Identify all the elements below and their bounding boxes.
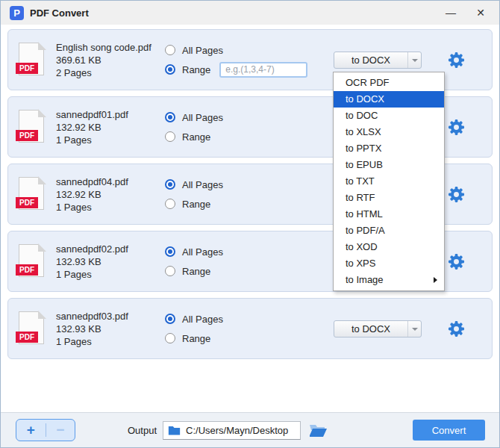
add-file-button[interactable]: + xyxy=(16,420,46,441)
file-pages: 1 Pages xyxy=(56,268,165,281)
menu-item-to-xps[interactable]: to XPS xyxy=(334,255,444,272)
all-pages-radio[interactable] xyxy=(165,314,175,324)
file-pages: 1 Pages xyxy=(56,335,165,348)
gear-icon[interactable] xyxy=(448,52,465,69)
file-name: sannedpdf04.pdf xyxy=(56,175,165,188)
browse-folder-icon[interactable] xyxy=(308,422,328,439)
range-radio[interactable] xyxy=(165,131,175,142)
convert-button[interactable]: Convert xyxy=(413,420,485,441)
file-size: 369.61 KB xyxy=(56,54,165,66)
chevron-down-icon xyxy=(407,321,421,337)
menu-item-ocr-pdf[interactable]: OCR PDF xyxy=(334,75,444,91)
page-options: All Pages Range xyxy=(165,111,223,143)
file-name: English song code.pdf xyxy=(56,41,165,54)
menu-item-to-pdfa[interactable]: to PDF/A xyxy=(334,223,444,239)
range-radio[interactable] xyxy=(165,199,175,209)
range-label[interactable]: Range xyxy=(182,199,210,210)
page-options: All Pages Range xyxy=(165,313,223,345)
file-pages: 1 Pages xyxy=(56,201,165,214)
minimize-icon[interactable]: — xyxy=(441,4,460,21)
file-name: sannedpdf03.pdf xyxy=(56,310,165,323)
title-bar: P PDF Convert — ✕ xyxy=(1,1,499,25)
folder-icon xyxy=(168,425,181,435)
file-size: 132.92 KB xyxy=(56,188,165,201)
range-radio[interactable] xyxy=(165,333,175,343)
menu-item-to-pptx[interactable]: to PPTX xyxy=(334,140,444,157)
range-radio[interactable] xyxy=(165,266,175,276)
page-options: All Pages Range xyxy=(165,44,307,76)
menu-item-to-image[interactable]: to Image xyxy=(334,272,444,288)
output-path-input[interactable] xyxy=(186,425,296,436)
output-path-box xyxy=(163,421,301,440)
submenu-arrow-icon xyxy=(434,277,437,283)
format-dropdown-menu: OCR PDF to DOCX to DOC to XLSX to PPTX t… xyxy=(333,72,445,291)
menu-item-to-docx[interactable]: to DOCX xyxy=(334,91,444,108)
range-label[interactable]: Range xyxy=(182,64,210,75)
file-row-5: PDF sannedpdf03.pdf 132.93 KB 1 Pages Al… xyxy=(7,298,493,359)
remove-file-button[interactable]: − xyxy=(46,420,75,441)
app-logo-icon: P xyxy=(10,6,24,20)
file-size: 132.92 KB xyxy=(56,121,165,134)
format-dropdown[interactable]: to DOCX xyxy=(334,52,422,69)
format-dropdown[interactable]: to DOCX xyxy=(334,320,422,337)
all-pages-radio[interactable] xyxy=(165,45,175,55)
range-label[interactable]: Range xyxy=(182,131,210,143)
menu-item-to-rtf[interactable]: to RTF xyxy=(334,190,444,206)
window-controls: — ✕ xyxy=(441,4,490,21)
file-info: sannedpdf03.pdf 132.93 KB 1 Pages xyxy=(56,310,165,348)
file-name: sannedpdf01.pdf xyxy=(56,108,165,121)
all-pages-radio[interactable] xyxy=(165,246,175,257)
file-info: English song code.pdf 369.61 KB 2 Pages xyxy=(56,41,165,79)
all-pages-radio[interactable] xyxy=(165,179,175,190)
all-pages-label[interactable]: All Pages xyxy=(182,246,223,258)
file-size: 132.93 KB xyxy=(56,255,165,268)
file-name: sannedpdf02.pdf xyxy=(56,243,165,255)
all-pages-radio[interactable] xyxy=(165,112,175,122)
file-pages: 1 Pages xyxy=(56,134,165,146)
pdf-file-icon: PDF xyxy=(17,311,46,346)
file-info: sannedpdf01.pdf 132.92 KB 1 Pages xyxy=(56,108,165,146)
all-pages-label[interactable]: All Pages xyxy=(182,45,223,56)
chevron-down-icon xyxy=(407,52,421,68)
page-options: All Pages Range xyxy=(165,246,223,278)
all-pages-label[interactable]: All Pages xyxy=(182,112,223,123)
gear-icon[interactable] xyxy=(448,320,465,337)
pdf-file-icon: PDF xyxy=(17,244,46,279)
footer-bar: + − Output Convert xyxy=(1,412,499,447)
app-window: P PDF Convert — ✕ PDF English song code.… xyxy=(0,0,500,448)
menu-item-to-xlsx[interactable]: to XLSX xyxy=(334,124,444,140)
file-size: 132.93 KB xyxy=(56,323,165,335)
output-label: Output xyxy=(128,425,157,436)
file-pages: 2 Pages xyxy=(56,66,165,79)
gear-icon[interactable] xyxy=(448,253,465,270)
all-pages-label[interactable]: All Pages xyxy=(182,179,223,190)
menu-item-to-epub[interactable]: to EPUB xyxy=(334,157,444,173)
close-icon[interactable]: ✕ xyxy=(471,4,490,21)
range-input[interactable] xyxy=(219,62,307,78)
range-label[interactable]: Range xyxy=(182,333,210,344)
pdf-file-icon: PDF xyxy=(17,43,46,77)
file-info: sannedpdf02.pdf 132.93 KB 1 Pages xyxy=(56,243,165,281)
all-pages-label[interactable]: All Pages xyxy=(182,314,223,325)
range-radio[interactable] xyxy=(165,64,175,75)
menu-item-to-txt[interactable]: to TXT xyxy=(334,173,444,190)
menu-item-to-xod[interactable]: to XOD xyxy=(334,239,444,255)
range-label[interactable]: Range xyxy=(182,266,210,277)
menu-item-to-html[interactable]: to HTML xyxy=(334,206,444,223)
pdf-file-icon: PDF xyxy=(17,110,46,144)
page-options: All Pages Range xyxy=(165,178,223,211)
window-title: PDF Convert xyxy=(30,7,89,19)
file-info: sannedpdf04.pdf 132.92 KB 1 Pages xyxy=(56,175,165,214)
menu-item-to-doc[interactable]: to DOC xyxy=(334,108,444,124)
add-remove-group: + − xyxy=(16,419,75,441)
pdf-file-icon: PDF xyxy=(17,177,46,211)
gear-icon[interactable] xyxy=(448,186,465,203)
gear-icon[interactable] xyxy=(448,119,465,136)
